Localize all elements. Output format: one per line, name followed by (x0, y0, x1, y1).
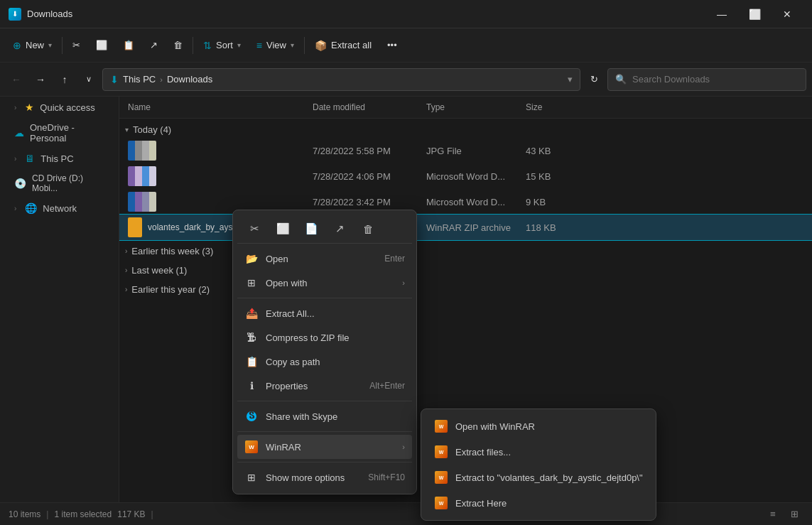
group-earlier-year[interactable]: › Earlier this year (2) (119, 278, 812, 298)
col-header-type[interactable]: Type (418, 97, 517, 118)
expand-button[interactable]: ∨ (78, 69, 99, 90)
submenu-extract-to[interactable]: W Extract to "volantes_dark_by_aystic_de… (426, 465, 651, 490)
list-view-button[interactable]: ≡ (764, 506, 782, 523)
maximize-button[interactable]: ⬜ (738, 3, 771, 26)
forward-button[interactable]: → (30, 69, 51, 90)
table-row[interactable]: volantes_dark_by_aystic_dejtd0p... 7/28/… (119, 215, 812, 240)
ctx-paste-button[interactable]: 📄 (298, 217, 324, 240)
ctx-copy-button[interactable]: ⬜ (270, 217, 296, 240)
share-button[interactable]: ↗ (143, 33, 165, 58)
ctx-open-shortcut: Enter (384, 254, 405, 264)
new-button[interactable]: ⊕ New ▾ (6, 33, 59, 58)
col-header-size[interactable]: Size (517, 97, 574, 118)
back-button[interactable]: ← (6, 69, 27, 90)
ctx-share-skype-label: Share with Skype (266, 411, 405, 422)
submenu-extract-here-label: Extract Here (455, 498, 507, 509)
table-row[interactable]: 7/28/2022 3:42 PM Microsoft Word D... 9 … (119, 189, 812, 215)
file-header: Name Date modified Type Size (119, 97, 812, 119)
network-icon: 🌐 (25, 202, 37, 214)
ctx-copy-path[interactable]: 📋 Copy as path (237, 350, 412, 374)
file-cell-date: 7/28/2022 3:42 PM (307, 197, 421, 207)
group-earlier-year-label: Earlier this year (2) (131, 284, 210, 295)
ctx-open[interactable]: 📂 Open Enter (237, 247, 412, 271)
table-row[interactable]: 7/28/2022 4:06 PM Microsoft Word D... 15… (119, 163, 812, 189)
ctx-moreopts-icon: ⊞ (244, 470, 259, 485)
submenu-extract-files[interactable]: W Extract files... (426, 439, 651, 465)
status-sep2: | (151, 509, 153, 519)
pc-icon: 🖥 (25, 153, 35, 164)
sort-button[interactable]: ⇅ Sort ▾ (196, 33, 248, 58)
copy-button[interactable]: ⬜ (89, 33, 114, 58)
group-last-week[interactable]: › Last week (1) (119, 259, 812, 278)
submenu-extract-here[interactable]: W Extract Here (426, 490, 651, 516)
thumb-color2 (135, 192, 142, 212)
thumb-color4 (149, 192, 156, 212)
new-chevron-icon: ▾ (48, 41, 52, 49)
thispc-chevron: › (14, 155, 16, 163)
thumb-color4 (149, 166, 156, 186)
delete-icon: 🗑 (173, 40, 183, 50)
file-cell-size: 43 KB (520, 146, 577, 156)
sidebar-item-cd[interactable]: 💿 CD Drive (D:) Mobi... (3, 169, 116, 197)
ctx-share-button[interactable]: ↗ (327, 217, 352, 240)
paste-button[interactable]: 📋 (116, 33, 141, 58)
new-label: New (26, 40, 44, 50)
extract-label: Extract all (331, 40, 372, 50)
ctx-share-skype[interactable]: Share with Skype (237, 404, 412, 428)
ctx-openwith-label: Open with (266, 278, 395, 288)
ctx-sep1 (237, 298, 412, 298)
status-selected: 1 item selected (54, 509, 112, 519)
sidebar-item-thispc[interactable]: › 🖥 This PC (3, 148, 116, 168)
grid-view-button[interactable]: ⊞ (785, 506, 803, 523)
ctx-extractall-icon: 📤 (244, 306, 259, 320)
breadcrumb[interactable]: ⬇ This PC › Downloads ▾ (102, 68, 580, 91)
view-button[interactable]: ≡ View ▾ (249, 33, 301, 58)
refresh-button[interactable]: ↻ (583, 69, 605, 90)
file-cell-type: Microsoft Word D... (421, 171, 520, 182)
cut-icon: ✂ (72, 40, 80, 50)
earlier-week-chevron-icon: › (125, 247, 127, 255)
table-row[interactable]: 7/28/2022 5:58 PM JPG File 43 KB (119, 138, 812, 163)
search-icon: 🔍 (615, 74, 627, 85)
view-label: View (266, 40, 286, 50)
up-button[interactable]: ↑ (54, 69, 75, 90)
sidebar-item-onedrive[interactable]: ☁ OneDrive - Personal (3, 118, 116, 148)
sort-label: Sort (216, 40, 233, 50)
ctx-winrar[interactable]: W WinRAR › (237, 435, 412, 459)
sidebar-item-quick-access[interactable]: › ★ Quick access (3, 97, 116, 117)
search-box[interactable]: 🔍 (607, 68, 806, 91)
extract-all-button[interactable]: 📦 Extract all (308, 33, 379, 58)
close-button[interactable]: ✕ (771, 3, 803, 26)
search-input[interactable] (632, 74, 799, 85)
submenu-open-winrar[interactable]: W Open with WinRAR (426, 413, 651, 439)
ctx-more-options[interactable]: ⊞ Show more options Shift+F10 (237, 465, 412, 489)
minimize-button[interactable]: — (705, 3, 738, 26)
group-earlier-week-label: Earlier this week (3) (131, 246, 213, 256)
view-icon: ≡ (256, 40, 262, 51)
ctx-extract-all[interactable]: 📤 Extract All... (237, 301, 412, 325)
ctx-delete-button[interactable]: 🗑 (355, 217, 381, 240)
cut-button[interactable]: ✂ (65, 33, 87, 58)
group-earlier-week[interactable]: › Earlier this week (3) (119, 240, 812, 259)
ctx-compress-zip[interactable]: 🗜 Compress to ZIP file (237, 325, 412, 350)
path-download-icon: ⬇ (110, 74, 119, 85)
file-cell-date: 7/28/2022 4:06 PM (307, 171, 421, 182)
ctx-winrar-arrow: › (402, 443, 405, 451)
thumb-color3 (142, 192, 149, 212)
file-cell-size: 118 KB (520, 222, 577, 233)
file-thumbnail (128, 192, 156, 212)
delete-button[interactable]: 🗑 (166, 33, 190, 58)
separator2 (193, 37, 193, 54)
winrar-badge2: W (435, 445, 448, 458)
group-today[interactable]: ▾ Today (4) (119, 119, 812, 138)
sidebar-item-network[interactable]: › 🌐 Network (3, 198, 116, 218)
ctx-cut-button[interactable]: ✂ (242, 217, 267, 240)
col-header-name[interactable]: Name (119, 97, 304, 118)
path-segment-downloads: This PC (123, 74, 156, 85)
submenu-extract-to-label: Extract to "volantes_dark_by_aystic_dejt… (455, 472, 643, 483)
ctx-properties[interactable]: ℹ Properties Alt+Enter (237, 374, 412, 398)
col-header-date[interactable]: Date modified (304, 97, 418, 118)
sidebar-label-onedrive: OneDrive - Personal (30, 122, 110, 144)
ctx-open-with[interactable]: ⊞ Open with › (237, 271, 412, 295)
more-button[interactable]: ••• (380, 33, 404, 58)
